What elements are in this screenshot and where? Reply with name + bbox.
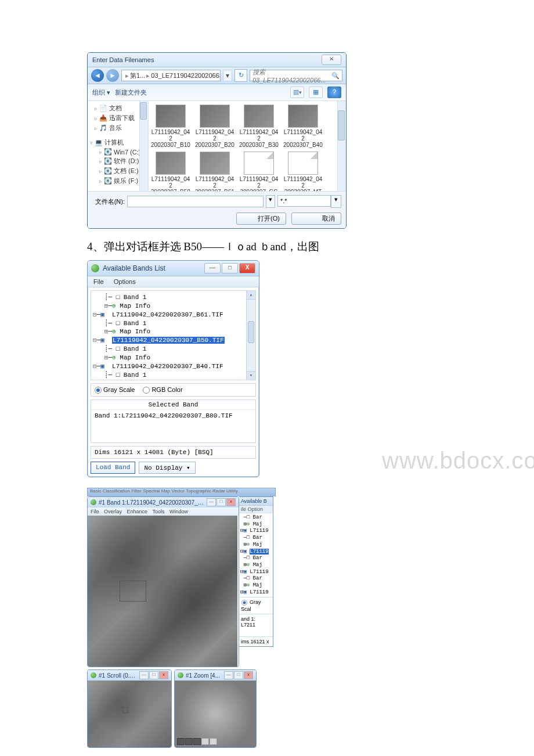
display-window-controls: — □ x <box>207 498 236 506</box>
abl-menu-options[interactable]: Options <box>114 278 136 285</box>
filter-dropdown[interactable]: ▾ <box>331 195 341 208</box>
display-icon <box>91 499 96 505</box>
back-button[interactable]: ◄ <box>91 69 104 82</box>
search-placeholder: 搜索 03_LE71190422002066... <box>252 68 330 84</box>
display-menubar: File Overlay Enhance Tools Window <box>88 507 239 516</box>
step-4-text: 4、弹出对话框并选 B50——ｌｏad ｂand，出图 <box>87 239 453 254</box>
dialog-close-button[interactable]: ✕ <box>322 55 341 65</box>
file-pane: L71119042_04220020307_B10 L71119042_0422… <box>149 101 346 191</box>
dialog-nav: ◄ ► ▸ 第1... ▸ 03_LE71190422002066SGS00_0… <box>88 67 346 84</box>
abl-dims: Dims 16121 x 14081 (Byte) [BSQ] <box>91 446 256 459</box>
view-mode-button[interactable]: ▥▾ <box>290 87 304 98</box>
search-box[interactable]: 搜索 03_LE71190422002066... 🔍 <box>250 70 342 81</box>
nav-sidebar: ▹📄文档 ▹📥迅雷下载 ▹🎵音乐 ▿💻计算机 ▹💽Win7 (C:) ▹💽软件 … <box>88 101 149 191</box>
filter-combo[interactable]: *.* <box>277 195 331 207</box>
sidebar-download[interactable]: 迅雷下载 <box>109 114 135 123</box>
breadcrumb-seg2: 03_LE71190422002066SGS00_0203... <box>151 72 221 79</box>
filename-input[interactable] <box>127 196 264 207</box>
sidebar-drive-f[interactable]: 娱乐 (F:) <box>114 177 138 185</box>
abl-selected-band: Selected Band Band 1:L72119042_042200203… <box>91 399 256 443</box>
radio-gray[interactable]: Gray Scale <box>95 386 135 394</box>
disp-menu-overlay[interactable]: Overlay <box>104 509 122 514</box>
help-button[interactable]: ? <box>327 87 341 98</box>
zoom-quick-buttons[interactable] <box>177 738 217 745</box>
zoom-icon <box>178 672 183 678</box>
dialog-titlebar: Enter Data Filenames ✕ <box>88 53 346 67</box>
disp-menu-tools[interactable]: Tools <box>152 509 164 514</box>
display-image[interactable] <box>88 516 237 667</box>
organize-button[interactable]: 组织 ▾ <box>92 88 110 97</box>
abl-selected-body: Band 1:L72119042_04220020307_B80.TIF <box>91 410 255 442</box>
dialog-bottom: 文件名(N): ▾ *.* ▾ 打开(O) 取消 <box>88 191 346 228</box>
zoom-title: #1 Zoom [4... <box>186 672 222 679</box>
sidebar-docs[interactable]: 文档 <box>109 104 122 113</box>
display-minimize[interactable]: — <box>207 498 216 506</box>
abl-side-menu: ile Option <box>239 506 273 513</box>
sidebar-drive-d[interactable]: 软件 (D:) <box>114 157 139 165</box>
file-item-mtl[interactable]: L71119042_04220020307_MTL <box>283 152 323 191</box>
load-band-button[interactable]: Load Band <box>91 462 135 474</box>
sidebar-drive-e[interactable]: 文档 (E:) <box>114 167 139 175</box>
file-item-b10[interactable]: L71119042_04220020307_B10 <box>151 105 190 148</box>
abl-titlebar: Available Bands List — □ X <box>88 261 259 276</box>
scroll-max[interactable]: □ <box>149 671 158 679</box>
abl-tree-scrollbar[interactable]: ▴▾ <box>246 291 255 380</box>
file-item-b40[interactable]: L71119042_04220020307_B40 <box>283 105 323 148</box>
envi-main-menu[interactable]: Basic Classification Filter Spectral Map… <box>87 488 276 496</box>
new-folder-button[interactable]: 新建文件夹 <box>115 88 147 97</box>
dialog-toolbar: 组织 ▾ 新建文件夹 ▥▾ ▦ ? <box>88 84 346 101</box>
radio-rgb[interactable]: RGB Color <box>143 386 182 394</box>
breadcrumb[interactable]: ▸ 第1... ▸ 03_LE71190422002066SGS00_0203.… <box>121 70 221 81</box>
breadcrumb-dropdown[interactable]: ▾ <box>223 70 232 81</box>
abl-menubar: File Options <box>88 276 259 287</box>
cancel-button[interactable]: 取消 <box>291 213 341 225</box>
available-bands-window: Available Bands List — □ X File Options … <box>87 260 259 477</box>
file-item-b20[interactable]: L71119042_04220020307_B20 <box>195 105 234 148</box>
display-roi-box[interactable] <box>120 581 146 602</box>
file-item-b61[interactable]: L71119042_04220020307_B61 <box>195 152 234 191</box>
disp-menu-file[interactable]: File <box>91 509 99 514</box>
file-item-gcp[interactable]: L71119042_04220020307_GCP <box>239 152 279 191</box>
scroll-view-box[interactable] <box>122 707 128 713</box>
filename-label: 文件名(N): <box>92 197 125 206</box>
disp-menu-window[interactable]: Window <box>169 509 188 514</box>
filepane-scrollbar[interactable] <box>337 101 346 191</box>
file-item-b50[interactable]: L71119042_04220020307_B50 <box>151 152 190 191</box>
display-maximize[interactable]: □ <box>217 498 226 506</box>
file-item-b30[interactable]: L71119042_04220020307_B30 <box>239 105 279 148</box>
sidebar-scrollbar[interactable] <box>139 101 148 191</box>
sidebar-computer[interactable]: 计算机 <box>104 138 124 147</box>
breadcrumb-seg1: 第1... <box>130 71 145 80</box>
scroll-icon <box>91 672 96 678</box>
refresh-button[interactable]: ↻ <box>234 69 247 82</box>
dialog-title: Enter Data Filenames <box>92 56 154 63</box>
abl-side-panel: Available B ile Option ─□ Bar ⊞⊕ Maj ⊟▣ … <box>239 496 273 647</box>
zoom-close[interactable]: x <box>244 671 253 679</box>
scroll-image[interactable] <box>88 681 171 747</box>
abl-minimize-button[interactable]: — <box>204 263 221 273</box>
zoom-min[interactable]: — <box>224 671 233 679</box>
sidebar-music[interactable]: 音乐 <box>109 124 122 132</box>
sidebar-drive-c[interactable]: Win7 (C:) <box>114 149 140 156</box>
zoom-image[interactable] <box>175 681 256 747</box>
scroll-close[interactable]: x <box>159 671 168 679</box>
open-button[interactable]: 打开(O) <box>236 213 286 225</box>
abl-selected-header: Selected Band <box>91 400 255 410</box>
abl-display-mode: Gray Scale RGB Color <box>91 383 256 397</box>
scroll-min[interactable]: — <box>139 671 149 679</box>
display-close[interactable]: x <box>226 498 236 506</box>
filename-dropdown[interactable]: ▾ <box>266 195 275 208</box>
disp-menu-enhance[interactable]: Enhance <box>127 509 148 514</box>
search-icon: 🔍 <box>331 72 340 80</box>
no-display-dropdown[interactable]: No Display ▾ <box>139 462 195 474</box>
watermark: www.bdocx.com <box>382 448 534 474</box>
abl-maximize-button[interactable]: □ <box>222 263 238 273</box>
abl-tree[interactable]: ┊─ □ Band 1 ⊞─⊕ Map Info ⊟─▣ L71119042_0… <box>91 290 256 380</box>
abl-menu-file[interactable]: File <box>93 278 104 285</box>
abl-side-band: and 1: L7211 <box>239 614 273 636</box>
preview-pane-button[interactable]: ▦ <box>309 87 323 98</box>
file-open-dialog: Enter Data Filenames ✕ ◄ ► ▸ 第1... ▸ 03_… <box>87 52 347 229</box>
forward-button[interactable]: ► <box>106 69 119 82</box>
abl-close-button[interactable]: X <box>239 263 255 273</box>
zoom-max[interactable]: □ <box>234 671 243 679</box>
